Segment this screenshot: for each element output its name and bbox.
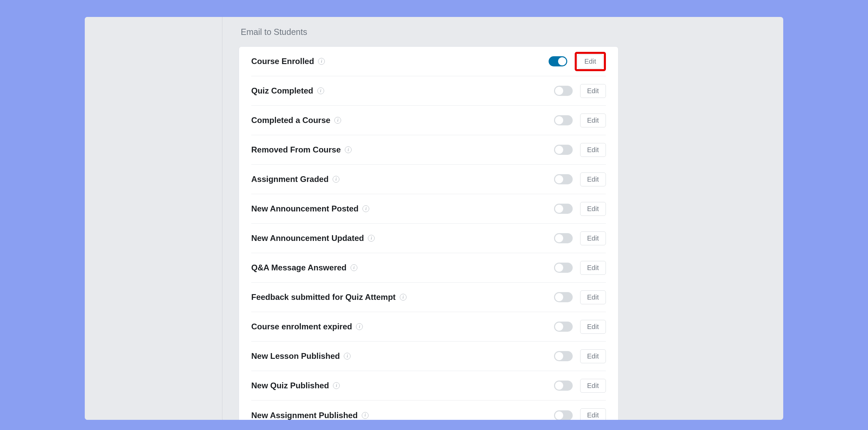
edit-button[interactable]: Edit	[580, 143, 606, 157]
info-icon[interactable]: i	[356, 323, 363, 330]
toggle-knob	[555, 205, 563, 213]
sidebar	[85, 17, 222, 420]
toggle-switch[interactable]	[554, 145, 573, 155]
toggle-switch[interactable]	[554, 115, 573, 125]
app-window: Email to Students Course EnrollediEditQu…	[85, 17, 783, 420]
info-icon[interactable]: i	[317, 87, 324, 94]
notification-row: New Assignment PublishediEdit	[251, 401, 606, 420]
info-icon[interactable]: i	[362, 412, 369, 419]
edit-button[interactable]: Edit	[580, 379, 606, 393]
info-icon[interactable]: i	[362, 205, 369, 212]
row-label: Course Enrolled	[251, 57, 314, 66]
info-icon[interactable]: i	[400, 294, 407, 301]
info-icon[interactable]: i	[368, 235, 375, 242]
row-right: Edit	[549, 52, 606, 71]
notification-row: Assignment GradediEdit	[251, 165, 606, 194]
row-label: Removed From Course	[251, 145, 341, 155]
row-left: New Announcement Postedi	[251, 204, 369, 213]
edit-button[interactable]: Edit	[580, 261, 606, 275]
toggle-knob	[555, 87, 563, 95]
toggle-switch[interactable]	[554, 174, 573, 184]
toggle-knob	[555, 352, 563, 360]
notifications-card: Course EnrollediEditQuiz CompletediEditC…	[239, 46, 618, 420]
row-left: Q&A Message Answeredi	[251, 263, 357, 272]
row-label: Completed a Course	[251, 116, 330, 125]
row-right: Edit	[554, 379, 606, 393]
edit-button[interactable]: Edit	[580, 172, 606, 186]
row-right: Edit	[554, 172, 606, 186]
edit-button[interactable]: Edit	[580, 231, 606, 245]
edit-button[interactable]: Edit	[580, 114, 606, 127]
row-right: Edit	[554, 408, 606, 420]
row-left: Course enrolment expiredi	[251, 322, 363, 331]
toggle-knob	[555, 411, 563, 419]
row-label: New Quiz Published	[251, 381, 329, 390]
row-right: Edit	[554, 320, 606, 334]
row-label: New Announcement Posted	[251, 204, 358, 213]
info-icon[interactable]: i	[345, 146, 352, 153]
notification-row: New Quiz PublishediEdit	[251, 371, 606, 401]
row-right: Edit	[554, 114, 606, 127]
row-label: New Lesson Published	[251, 351, 340, 361]
row-left: New Assignment Publishedi	[251, 411, 369, 420]
toggle-knob	[555, 264, 563, 272]
row-right: Edit	[554, 202, 606, 216]
row-right: Edit	[554, 261, 606, 275]
toggle-knob	[555, 175, 563, 183]
row-left: New Lesson Publishedi	[251, 351, 351, 361]
toggle-switch[interactable]	[554, 233, 573, 243]
row-right: Edit	[554, 231, 606, 245]
toggle-knob	[555, 382, 563, 390]
row-left: Feedback submitted for Quiz Attempti	[251, 292, 407, 302]
toggle-knob	[555, 293, 563, 301]
notification-row: Course enrolment expirediEdit	[251, 312, 606, 342]
info-icon[interactable]: i	[333, 382, 340, 389]
edit-button[interactable]: Edit	[580, 320, 606, 334]
notification-row: New Announcement UpdatediEdit	[251, 224, 606, 253]
row-label: Q&A Message Answered	[251, 263, 347, 272]
toggle-knob	[555, 116, 563, 124]
toggle-knob	[558, 57, 566, 65]
edit-button[interactable]: Edit	[580, 408, 606, 420]
info-icon[interactable]: i	[333, 176, 339, 183]
notification-row: Completed a CourseiEdit	[251, 106, 606, 135]
notification-row: Quiz CompletediEdit	[251, 76, 606, 106]
toggle-switch[interactable]	[554, 292, 573, 302]
info-icon[interactable]: i	[351, 264, 357, 271]
notification-row: Removed From CourseiEdit	[251, 135, 606, 165]
row-right: Edit	[554, 290, 606, 304]
toggle-switch[interactable]	[554, 410, 573, 420]
toggle-switch[interactable]	[549, 56, 567, 66]
edit-button[interactable]: Edit	[580, 290, 606, 304]
toggle-switch[interactable]	[554, 351, 573, 361]
row-left: Assignment Gradedi	[251, 175, 339, 184]
notification-row: New Announcement PostediEdit	[251, 194, 606, 224]
info-icon[interactable]: i	[334, 117, 341, 124]
row-right: Edit	[554, 143, 606, 157]
toggle-switch[interactable]	[554, 322, 573, 332]
row-label: Assignment Graded	[251, 175, 329, 184]
row-right: Edit	[554, 84, 606, 98]
info-icon[interactable]: i	[344, 353, 351, 360]
row-right: Edit	[554, 349, 606, 363]
toggle-knob	[555, 146, 563, 154]
notification-row: Feedback submitted for Quiz AttemptiEdit	[251, 283, 606, 312]
toggle-switch[interactable]	[554, 381, 573, 391]
info-icon[interactable]: i	[318, 58, 325, 65]
toggle-switch[interactable]	[554, 86, 573, 96]
row-left: New Announcement Updatedi	[251, 233, 375, 243]
row-label: New Announcement Updated	[251, 233, 364, 243]
notification-row: Q&A Message AnswerediEdit	[251, 253, 606, 283]
toggle-knob	[555, 323, 563, 331]
main-content: Email to Students Course EnrollediEditQu…	[222, 17, 783, 420]
notification-row: Course EnrollediEdit	[251, 47, 606, 76]
edit-button[interactable]: Edit	[580, 349, 606, 363]
row-label: Feedback submitted for Quiz Attempt	[251, 292, 396, 302]
edit-button[interactable]: Edit	[580, 202, 606, 216]
edit-button[interactable]: Edit	[580, 84, 606, 98]
toggle-switch[interactable]	[554, 263, 573, 273]
row-label: Quiz Completed	[251, 86, 313, 96]
toggle-switch[interactable]	[554, 204, 573, 214]
row-left: Removed From Coursei	[251, 145, 352, 155]
edit-button[interactable]: Edit	[577, 55, 603, 68]
